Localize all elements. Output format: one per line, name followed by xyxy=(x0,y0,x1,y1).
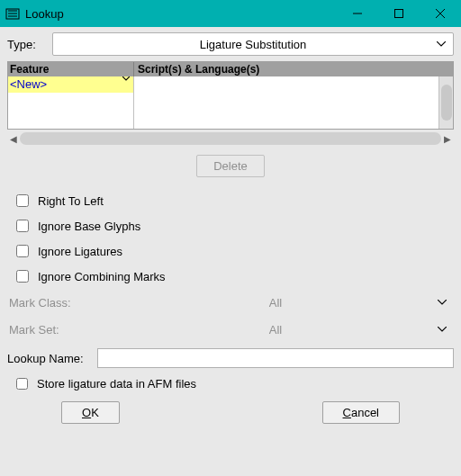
ignore-marks-checkbox[interactable] xyxy=(16,270,29,283)
rtl-checkbox[interactable] xyxy=(16,194,29,207)
ignore-ligatures-checkbox[interactable] xyxy=(16,245,29,257)
ignore-marks-label: Ignore Combining Marks xyxy=(38,270,166,283)
type-value: Ligature Substitution xyxy=(200,38,307,51)
ignore-base-checkbox[interactable] xyxy=(16,220,29,232)
ok-mnemonic: O xyxy=(82,406,91,419)
window-title: Lookup xyxy=(25,7,337,21)
mark-class-label: Mark Class: xyxy=(7,296,97,310)
mark-set-label: Mark Set: xyxy=(7,323,97,337)
table-header: Feature Script(s) & Language(s) xyxy=(8,62,453,76)
new-label: <New> xyxy=(10,77,47,91)
mark-class-select: All xyxy=(97,292,454,313)
delete-button: Delete xyxy=(196,155,265,177)
scroll-right-icon[interactable]: ▶ xyxy=(441,134,454,144)
type-select[interactable]: Ligature Substitution xyxy=(52,32,454,56)
svg-rect-5 xyxy=(395,10,403,18)
column-feature: Feature xyxy=(8,62,134,76)
chevron-down-icon xyxy=(122,76,130,81)
ok-button[interactable]: OK xyxy=(61,401,120,424)
dialog-body: Type: Ligature Substitution Feature Scri… xyxy=(0,27,461,431)
feature-cell[interactable]: <New> xyxy=(8,76,134,129)
rtl-label: Right To Left xyxy=(38,194,104,208)
chevron-down-icon xyxy=(438,300,447,305)
scroll-left-icon[interactable]: ◀ xyxy=(7,134,20,144)
scripts-cell[interactable] xyxy=(134,76,438,129)
type-label: Type: xyxy=(7,38,52,51)
app-icon xyxy=(5,6,20,21)
ignore-ligatures-label: Ignore Ligatures xyxy=(38,245,122,258)
chevron-down-icon xyxy=(438,327,447,332)
horizontal-scrollbar[interactable]: ◀ ▶ xyxy=(7,131,454,146)
column-scripts: Script(s) & Language(s) xyxy=(134,62,453,76)
cancel-button[interactable]: Cancel xyxy=(322,401,400,424)
chevron-down-icon xyxy=(437,41,446,47)
cancel-mnemonic: C xyxy=(343,406,351,419)
lookup-name-input[interactable] xyxy=(97,348,454,368)
ignore-base-label: Ignore Base Glyphs xyxy=(38,220,140,233)
new-feature-dropdown[interactable]: <New> xyxy=(8,76,133,93)
lookup-name-label: Lookup Name: xyxy=(7,352,97,365)
feature-table: Feature Script(s) & Language(s) <New> xyxy=(7,61,454,130)
store-afm-label: Store ligature data in AFM files xyxy=(37,377,196,391)
maximize-button[interactable] xyxy=(378,0,420,27)
close-button[interactable] xyxy=(420,0,461,27)
mark-set-value: All xyxy=(269,323,282,337)
mark-set-select: All xyxy=(97,319,454,340)
scrollbar-track[interactable] xyxy=(20,132,441,145)
mark-class-value: All xyxy=(269,296,282,310)
minimize-button[interactable] xyxy=(337,0,378,27)
titlebar: Lookup xyxy=(0,0,461,27)
store-afm-checkbox[interactable] xyxy=(16,378,28,390)
scrollbar-thumb[interactable] xyxy=(441,85,452,121)
vertical-scrollbar[interactable] xyxy=(438,76,453,129)
